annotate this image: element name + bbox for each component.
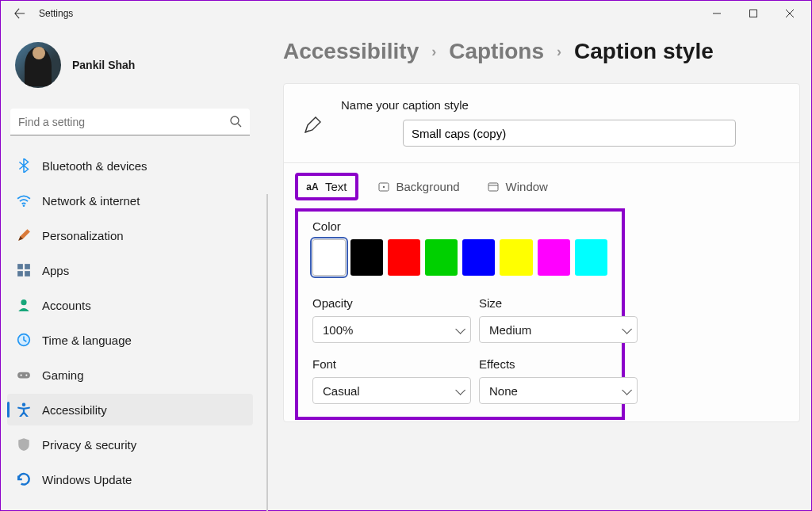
svg-point-16 <box>382 185 384 187</box>
search-input[interactable] <box>10 109 250 135</box>
tab-window[interactable]: Window <box>479 173 556 200</box>
sidebar-item-label: Network & internet <box>42 194 140 208</box>
breadcrumb-level1[interactable]: Accessibility <box>283 39 419 64</box>
sidebar-item-update[interactable]: Windows Update <box>7 463 253 495</box>
svg-rect-5 <box>17 264 23 269</box>
tab-background[interactable]: Background <box>370 173 468 200</box>
sidebar: Pankil Shah Bluetooth & devices Network … <box>1 26 262 510</box>
tab-label: Background <box>396 180 460 193</box>
minimize-button[interactable] <box>699 1 735 26</box>
search-wrap <box>10 109 250 135</box>
svg-rect-17 <box>488 183 498 191</box>
divider <box>266 194 268 511</box>
maximize-button[interactable] <box>735 1 772 26</box>
size-label: Size <box>479 296 638 310</box>
caption-style-card: Name your caption style aA Text Backgrou… <box>283 83 800 422</box>
svg-rect-6 <box>25 264 30 269</box>
name-label: Name your caption style <box>341 98 780 112</box>
tab-text[interactable]: aA Text <box>295 173 358 200</box>
sidebar-item-privacy[interactable]: Privacy & security <box>7 429 253 460</box>
effects-field: Effects None <box>479 357 638 404</box>
color-swatch-blue[interactable] <box>462 239 495 276</box>
sidebar-item-accessibility[interactable]: Accessibility <box>7 394 253 425</box>
sidebar-item-label: Privacy & security <box>42 438 136 452</box>
chevron-right-icon: › <box>431 44 436 60</box>
user-name: Pankil Shah <box>72 59 135 71</box>
tabs: aA Text Background Window <box>284 163 799 205</box>
sidebar-item-accounts[interactable]: Accounts <box>7 289 253 321</box>
person-icon <box>17 298 31 312</box>
close-button[interactable] <box>772 1 808 26</box>
arrow-left-icon <box>14 8 25 19</box>
caption-name-input[interactable] <box>403 120 736 147</box>
apps-icon <box>17 263 31 277</box>
svg-point-12 <box>21 374 22 376</box>
opacity-field: Opacity 100% <box>312 296 471 343</box>
sidebar-item-gaming[interactable]: Gaming <box>7 359 253 391</box>
sidebar-item-time[interactable]: Time & language <box>7 324 253 356</box>
sidebar-item-label: Apps <box>42 264 69 277</box>
svg-point-13 <box>25 374 27 376</box>
svg-rect-1 <box>750 10 757 17</box>
sidebar-item-personalization[interactable]: Personalization <box>7 219 253 251</box>
opacity-select[interactable]: 100% <box>312 316 471 343</box>
text-options-panel: Color Opacity 100% <box>295 208 625 420</box>
font-label: Font <box>312 357 471 371</box>
name-row: Name your caption style <box>284 84 799 163</box>
sidebar-item-label: Bluetooth & devices <box>42 159 147 173</box>
color-swatch-white[interactable] <box>312 239 346 276</box>
text-icon: aA <box>306 181 319 193</box>
sidebar-item-network[interactable]: Network & internet <box>7 185 253 216</box>
chevron-right-icon: › <box>557 44 561 60</box>
sidebar-item-label: Time & language <box>42 334 132 347</box>
update-icon <box>17 472 31 486</box>
gamepad-icon <box>17 368 31 382</box>
svg-rect-7 <box>17 271 23 276</box>
svg-rect-8 <box>25 271 30 276</box>
svg-rect-11 <box>17 372 30 379</box>
shield-icon <box>17 437 31 452</box>
search-icon <box>229 115 242 128</box>
avatar <box>15 42 61 88</box>
app-title: Settings <box>39 8 73 19</box>
svg-point-14 <box>22 403 26 407</box>
color-swatch-red[interactable] <box>388 239 420 276</box>
svg-point-4 <box>23 204 25 207</box>
window-controls <box>699 1 808 26</box>
color-swatch-magenta[interactable] <box>538 239 570 276</box>
sidebar-item-label: Accounts <box>42 299 91 312</box>
effects-select[interactable]: None <box>479 377 638 404</box>
sidebar-item-bluetooth[interactable]: Bluetooth & devices <box>7 150 253 181</box>
color-swatch-yellow[interactable] <box>500 239 532 276</box>
titlebar: Settings <box>1 1 811 26</box>
color-label: Color <box>312 219 607 233</box>
bluetooth-icon <box>17 158 31 173</box>
back-button[interactable] <box>4 8 36 19</box>
svg-line-3 <box>238 124 241 127</box>
sidebar-item-label: Accessibility <box>42 403 107 417</box>
opacity-label: Opacity <box>312 296 471 310</box>
color-swatch-black[interactable] <box>350 239 383 276</box>
breadcrumb-level2[interactable]: Captions <box>449 39 544 64</box>
wifi-icon <box>17 193 31 208</box>
pen-ruler-icon <box>303 116 322 135</box>
size-select[interactable]: Medium <box>479 316 638 343</box>
nav: Bluetooth & devices Network & internet P… <box>7 150 253 495</box>
accessibility-icon <box>17 402 31 417</box>
color-swatch-green[interactable] <box>425 239 458 276</box>
svg-point-2 <box>231 116 239 124</box>
clock-icon <box>17 333 31 347</box>
size-field: Size Medium <box>479 296 638 343</box>
profile[interactable]: Pankil Shah <box>7 26 253 104</box>
breadcrumb: Accessibility › Captions › Caption style <box>283 39 800 64</box>
brush-icon <box>17 228 31 242</box>
tab-label: Window <box>506 180 548 193</box>
sidebar-item-label: Windows Update <box>42 473 132 486</box>
sidebar-item-apps[interactable]: Apps <box>7 254 253 286</box>
font-select[interactable]: Casual <box>312 377 471 404</box>
color-swatches <box>312 239 607 276</box>
sidebar-item-label: Gaming <box>42 368 84 382</box>
color-swatch-cyan[interactable] <box>575 239 607 276</box>
font-field: Font Casual <box>312 357 471 404</box>
svg-point-9 <box>21 299 26 305</box>
